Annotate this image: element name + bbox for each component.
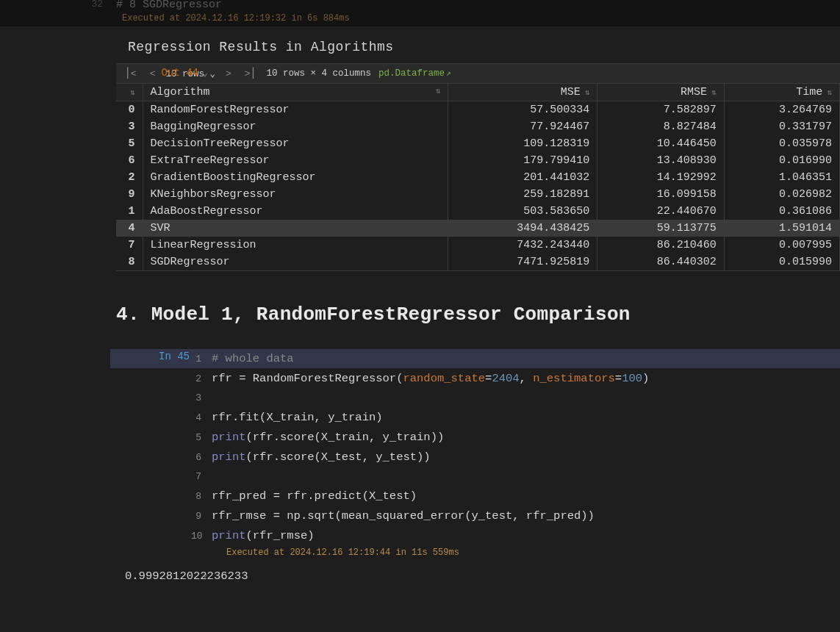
cell-output: 0.9992812022236233 xyxy=(110,564,840,583)
code-line[interactable]: 3 xyxy=(110,389,840,408)
page-next-icon[interactable]: > xyxy=(223,68,234,79)
exec-timestamp: Executed at 2024.12.16 12:19:44 in 11s 5… xyxy=(220,546,840,559)
cell-rmse: 86.210460 xyxy=(597,237,724,254)
cell-mse: 7471.925819 xyxy=(448,254,597,270)
chevron-down-icon: ⌄ xyxy=(209,69,215,79)
cell-time: 0.331797 xyxy=(724,118,839,135)
output-heading: Regression Results in Algorithms xyxy=(110,26,840,63)
cell-time: 0.361086 xyxy=(724,203,839,220)
cell-time: 3.264769 xyxy=(724,101,839,119)
cell-mse: 3494.438425 xyxy=(448,220,597,237)
cell-algorithm: ExtraTreeRegressor xyxy=(143,152,448,169)
code-line[interactable]: 6print(rfr.score(X_test, y_test)) xyxy=(110,448,840,467)
cell-time: 0.007995 xyxy=(724,237,839,254)
sort-icon: ⇅ xyxy=(436,86,441,96)
table-row[interactable]: 3BaggingRegressor77.9244678.8274840.3317… xyxy=(116,118,840,135)
code-line[interactable]: 4rfr.fit(X_train, y_train) xyxy=(110,408,840,428)
code-line[interactable]: 9rfr_rmse = np.sqrt(mean_squared_error(y… xyxy=(110,506,840,526)
cell-algorithm: BaggingRegressor xyxy=(143,118,448,135)
col-index[interactable]: ⇅ xyxy=(116,84,143,101)
cell-rmse: 10.446450 xyxy=(597,135,724,152)
line-number: 4 xyxy=(191,409,212,428)
sort-icon: ⇅ xyxy=(585,88,590,97)
cell-algorithm: AdaBoostRegressor xyxy=(143,203,448,220)
cell-mse: 201.441032 xyxy=(448,169,597,186)
table-row[interactable]: 0RandomForestRegressor57.5003347.5828973… xyxy=(116,101,840,119)
line-number: 5 xyxy=(191,428,212,448)
code-text: rfr.fit(X_train, y_train) xyxy=(212,408,383,427)
cell-mse: 77.924467 xyxy=(448,118,597,135)
line-number: 2 xyxy=(191,370,212,389)
collapse-chevron-icon[interactable]: ⌄ xyxy=(202,67,208,79)
line-number: 7 xyxy=(191,467,212,486)
table-row[interactable]: 4SVR3494.43842559.1137751.591014 xyxy=(116,220,840,237)
code-line[interactable]: 2rfr = RandomForestRegressor(random_stat… xyxy=(110,369,840,389)
out-label: Out 44 xyxy=(110,67,198,79)
row-index: 5 xyxy=(116,135,143,152)
cell-mse: 7432.243440 xyxy=(448,237,597,254)
cell-rmse: 22.440670 xyxy=(597,203,724,220)
cell-rmse: 16.099158 xyxy=(597,186,724,203)
row-index: 9 xyxy=(116,186,143,203)
cell-mse: 503.583650 xyxy=(448,203,597,220)
line-number: 9 xyxy=(191,507,212,526)
line-number: 6 xyxy=(191,448,212,467)
cell-algorithm: RandomForestRegressor xyxy=(143,101,448,119)
row-index: 4 xyxy=(116,220,143,237)
row-index: 0 xyxy=(116,101,143,119)
code-line[interactable]: 5print(rfr.score(X_train, y_train)) xyxy=(110,428,840,448)
cell-rmse: 13.408930 xyxy=(597,152,724,169)
code-line[interactable]: 8rfr_pred = rfr.predict(X_test) xyxy=(110,486,840,506)
table-row[interactable]: 9KNeighborsRegressor259.18289116.0991580… xyxy=(116,186,840,203)
cell-time: 0.035978 xyxy=(724,135,839,152)
col-time[interactable]: Time⇅ xyxy=(724,84,839,101)
cell-time: 1.046351 xyxy=(724,169,839,186)
cell-time: 1.591014 xyxy=(724,220,839,237)
cell-algorithm: KNeighborsRegressor xyxy=(143,186,448,203)
dataframe-type-link[interactable]: pd.Dataframe↗ xyxy=(378,68,451,79)
table-row[interactable]: 1AdaBoostRegressor503.58365022.4406700.3… xyxy=(116,203,840,220)
code-line[interactable]: 10print(rfr_rmse) xyxy=(110,526,840,546)
cell-rmse: 8.827484 xyxy=(597,118,724,135)
cell-algorithm: GradientBoostingRegressor xyxy=(143,169,448,186)
sort-icon: ⇅ xyxy=(711,88,717,97)
cell-algorithm: DecisionTreeRegressor xyxy=(143,135,448,152)
cell-rmse: 59.113775 xyxy=(597,220,724,237)
line-number: 1 xyxy=(191,350,212,369)
in-label: In 45 xyxy=(110,351,190,362)
row-index: 2 xyxy=(116,169,143,186)
cell-algorithm: SGDRegressor xyxy=(143,254,448,270)
row-index: 3 xyxy=(116,118,143,135)
table-row[interactable]: 8SGDRegressor7471.92581986.4403020.01599… xyxy=(116,254,840,270)
cell-mse: 109.128319 xyxy=(448,135,597,152)
code-text: rfr = RandomForestRegressor(random_state… xyxy=(212,369,649,388)
cell-mse: 259.182891 xyxy=(448,186,597,203)
code-text: print(rfr.score(X_train, y_train)) xyxy=(212,428,444,447)
section-heading: 4. Model 1, RandomForestRegressor Compar… xyxy=(110,271,840,349)
cell-time: 0.016990 xyxy=(724,152,839,169)
row-index: 8 xyxy=(116,254,143,270)
col-algorithm[interactable]: Algorithm⇅ xyxy=(143,84,448,101)
code-line[interactable]: 1# whole data xyxy=(110,349,840,369)
code-editor[interactable]: 1# whole data2rfr = RandomForestRegresso… xyxy=(110,349,840,546)
cell-mse: 57.500334 xyxy=(448,101,597,119)
table-row[interactable]: 7LinearRegression7432.24344086.2104600.0… xyxy=(116,237,840,254)
code-text: rfr_rmse = np.sqrt(mean_squared_error(y_… xyxy=(212,506,595,525)
collapse-chevron-icon[interactable]: ⌄ xyxy=(202,568,208,580)
row-index: 1 xyxy=(116,203,143,220)
table-row[interactable]: 5DecisionTreeRegressor109.12831910.44645… xyxy=(116,135,840,152)
table-row[interactable]: 2GradientBoostingRegressor201.44103214.1… xyxy=(116,169,840,186)
code-line[interactable]: 7 xyxy=(110,467,840,486)
row-index: 7 xyxy=(116,237,143,254)
dataframe-toolbar: ⎮< < 10 rows ⌄ > >⎮ 10 rows × 4 columns … xyxy=(116,63,840,84)
table-row[interactable]: 6ExtraTreeRegressor179.79941013.4089300.… xyxy=(116,152,840,169)
results-table: ⇅ Algorithm⇅ MSE⇅ RMSE⇅ Time⇅ 0RandomFor… xyxy=(116,84,840,270)
line-number: 8 xyxy=(191,487,212,506)
cell-time: 0.026982 xyxy=(724,186,839,203)
col-mse[interactable]: MSE⇅ xyxy=(448,84,597,101)
cell-mse: 179.799410 xyxy=(448,152,597,169)
col-rmse[interactable]: RMSE⇅ xyxy=(597,84,724,101)
cell-rmse: 14.192992 xyxy=(597,169,724,186)
cell-time: 0.015990 xyxy=(724,254,839,270)
page-last-icon[interactable]: >⎮ xyxy=(242,68,259,79)
